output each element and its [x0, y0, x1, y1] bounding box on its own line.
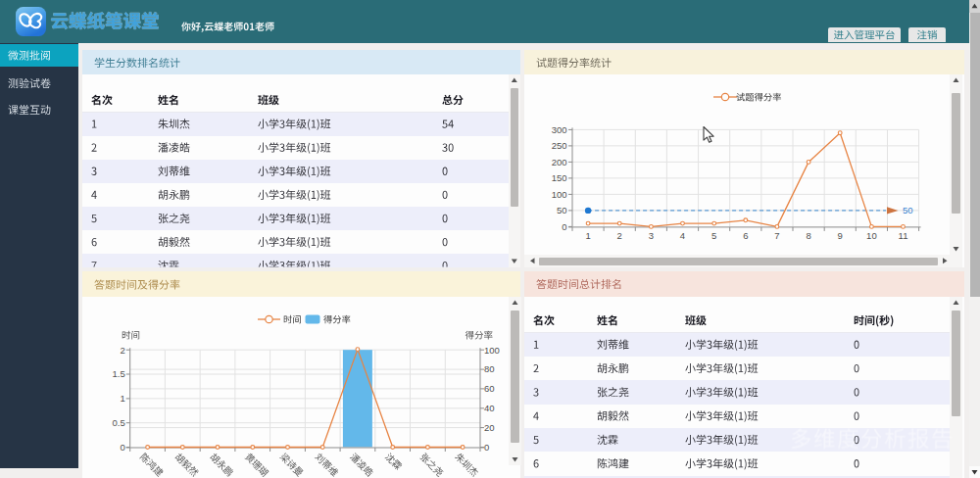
svg-text:7: 7: [774, 230, 779, 241]
svg-text:3: 3: [649, 230, 654, 241]
svg-text:50: 50: [557, 205, 567, 215]
svg-text:0.5: 0.5: [112, 417, 124, 428]
svg-text:300: 300: [552, 124, 567, 135]
svg-text:1.5: 1.5: [112, 368, 124, 379]
svg-text:1: 1: [585, 230, 590, 241]
svg-text:11: 11: [899, 230, 908, 241]
svg-text:50: 50: [903, 205, 913, 215]
svg-text:150: 150: [552, 172, 567, 183]
svg-text:10: 10: [866, 230, 877, 241]
svg-text:6: 6: [743, 230, 748, 241]
svg-text:1: 1: [120, 393, 124, 404]
svg-text:100: 100: [484, 345, 500, 356]
svg-text:9: 9: [838, 230, 843, 241]
svg-text:200: 200: [552, 157, 567, 167]
svg-text:20: 20: [484, 422, 495, 433]
svg-text:2: 2: [120, 345, 124, 356]
svg-text:0: 0: [484, 442, 489, 453]
svg-text:0: 0: [120, 442, 124, 453]
svg-text:2: 2: [617, 230, 622, 241]
svg-text:100: 100: [552, 189, 567, 200]
svg-text:40: 40: [484, 403, 495, 413]
svg-text:4: 4: [680, 230, 685, 241]
svg-text:0: 0: [562, 221, 566, 232]
svg-text:60: 60: [484, 383, 495, 394]
svg-text:5: 5: [711, 230, 716, 241]
svg-text:8: 8: [806, 230, 810, 241]
svg-text:80: 80: [484, 363, 495, 374]
svg-text:250: 250: [552, 140, 567, 151]
